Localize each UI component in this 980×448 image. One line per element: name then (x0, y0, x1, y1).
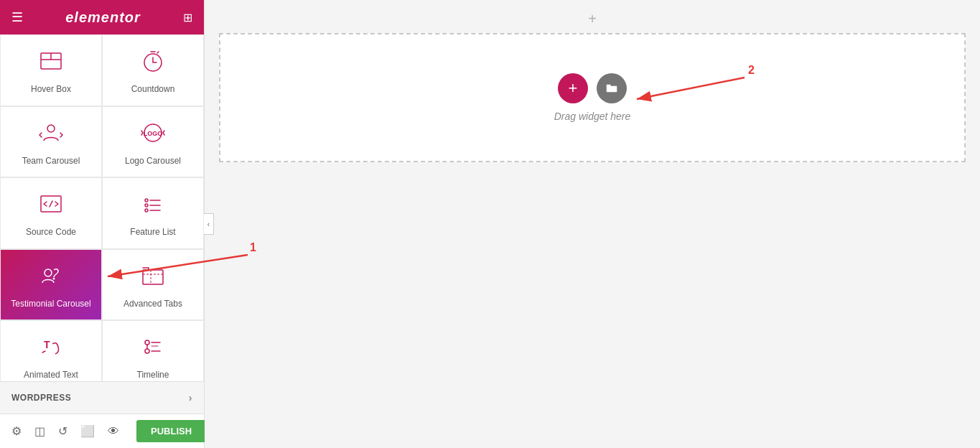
hamburger-icon[interactable]: ☰ (11, 9, 23, 25)
logo-carousel-label: Logo Carousel (125, 156, 181, 167)
testimonial-carousel-icon (38, 263, 64, 293)
responsive-icon[interactable]: ⬜ (78, 421, 98, 441)
animated-text-label: Animated Text (24, 370, 78, 381)
widget-item-feature-list[interactable]: Feature List (102, 177, 204, 249)
svg-point-12 (145, 209, 148, 212)
svg-point-14 (45, 269, 52, 276)
advanced-tabs-icon (140, 263, 166, 293)
widget-item-animated-text[interactable]: T Animated Text (0, 320, 102, 381)
advanced-tabs-label: Advanced Tabs (123, 299, 182, 310)
canvas-template-button[interactable] (597, 73, 627, 103)
svg-text:T: T (44, 339, 50, 350)
canvas-top-zone: + (205, 0, 980, 27)
svg-point-15 (53, 277, 55, 279)
feature-list-icon (140, 191, 166, 221)
team-carousel-icon (38, 120, 64, 150)
bottom-toolbar: ⚙ ◫ ↺ ⬜ 👁 PUBLISH ▾ (0, 414, 204, 448)
countdown-label: Countdown (131, 84, 175, 95)
layers-icon[interactable]: ◫ (32, 421, 48, 441)
preview-icon[interactable]: 👁 (105, 422, 122, 441)
timeline-icon (140, 334, 166, 364)
widget-item-countdown[interactable]: Countdown (102, 34, 204, 106)
team-carousel-label: Team Carousel (22, 156, 80, 167)
canvas-action-buttons: + (558, 73, 627, 103)
canvas-add-widget-button[interactable]: + (558, 73, 588, 103)
sidebar: ☰ elementor ⊞ Hover Box (0, 0, 205, 448)
canvas-drop-section[interactable]: + Drag widget here 2 (219, 33, 966, 162)
svg-rect-16 (143, 270, 163, 284)
widget-item-logo-carousel[interactable]: LOGO Logo Carousel (102, 106, 204, 178)
animated-text-icon: T (38, 334, 64, 364)
widget-item-hover-box[interactable]: Hover Box (0, 34, 102, 106)
widget-item-timeline[interactable]: Timeline (102, 320, 204, 381)
history-icon[interactable]: ↺ (55, 421, 70, 441)
source-code-label: Source Code (26, 227, 76, 238)
elementor-logo: elementor (65, 9, 141, 26)
wordpress-label: WORDPRESS (11, 393, 71, 403)
add-section-button[interactable]: + (588, 11, 597, 27)
svg-point-10 (145, 204, 148, 207)
settings-icon[interactable]: ⚙ (9, 421, 24, 441)
sidebar-collapse-tab[interactable]: ‹ (204, 213, 214, 235)
sidebar-header: ☰ elementor ⊞ (0, 0, 204, 34)
canvas-content: + Drag widget here (554, 73, 631, 122)
svg-point-18 (145, 340, 149, 345)
svg-line-7 (50, 201, 52, 207)
hover-box-label: Hover Box (31, 84, 71, 95)
source-code-icon (38, 191, 64, 221)
hover-box-icon (38, 48, 64, 78)
widget-item-source-code[interactable]: Source Code (0, 177, 102, 249)
feature-list-label: Feature List (130, 227, 175, 238)
main-canvas: + + Drag widget here 2 (205, 0, 980, 448)
widget-item-team-carousel[interactable]: Team Carousel (0, 106, 102, 178)
widget-item-testimonial-carousel[interactable]: Testimonial Carousel (0, 249, 102, 321)
timeline-label: Timeline (137, 370, 169, 381)
drag-widget-label: Drag widget here (554, 111, 631, 122)
svg-text:LOGO: LOGO (144, 130, 163, 137)
wordpress-arrow: › (189, 392, 192, 403)
svg-line-25 (637, 78, 745, 99)
countdown-icon (140, 48, 166, 78)
svg-point-19 (145, 349, 149, 353)
svg-point-8 (145, 199, 148, 202)
publish-button[interactable]: PUBLISH (136, 420, 206, 442)
svg-text:2: 2 (748, 64, 755, 76)
grid-icon[interactable]: ⊞ (183, 11, 192, 24)
wordpress-section[interactable]: WORDPRESS › (0, 381, 204, 414)
widget-item-advanced-tabs[interactable]: Advanced Tabs (102, 249, 204, 321)
logo-carousel-icon: LOGO (140, 120, 166, 150)
svg-point-3 (47, 125, 55, 132)
testimonial-carousel-label: Testimonial Carousel (11, 299, 90, 310)
widget-grid: Hover Box Countdown (0, 34, 204, 381)
